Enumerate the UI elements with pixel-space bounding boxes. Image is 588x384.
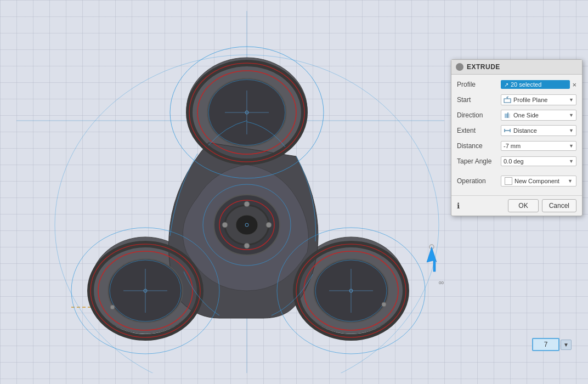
direction-label: Direction xyxy=(457,111,501,119)
taper-angle-value: 0.0 deg ▼ xyxy=(501,156,576,166)
direction-dropdown-text: One Side xyxy=(513,112,567,118)
svg-rect-50 xyxy=(504,99,511,103)
panel-divider-2 xyxy=(451,189,582,193)
distance-value: -7 mm ▼ xyxy=(501,141,576,151)
svg-point-37 xyxy=(266,222,272,228)
extent-dropdown-arrow: ▼ xyxy=(569,128,574,133)
distance-icon xyxy=(504,127,511,134)
extent-dropdown-text: Distance xyxy=(513,127,567,134)
3d-model-view: 00 xyxy=(16,11,444,373)
profile-row: Profile ↗ 20 selected × xyxy=(451,77,582,92)
direction-dropdown[interactable]: One Side ▼ xyxy=(501,110,576,121)
profile-badge[interactable]: ↗ 20 selected xyxy=(501,80,570,89)
start-dropdown[interactable]: Profile Plane ▼ xyxy=(501,94,576,105)
start-row: Start Profile Plane ▼ xyxy=(451,92,582,108)
distance-row: Distance -7 mm ▼ xyxy=(451,138,582,154)
direction-dropdown-arrow: ▼ xyxy=(569,112,574,118)
panel-header-icon xyxy=(456,63,463,71)
profile-plane-icon xyxy=(504,96,511,104)
one-side-icon xyxy=(504,111,511,119)
viewport: 00 EXTRUDE Profile ↗ 20 selected × xyxy=(0,0,588,384)
direction-value: One Side ▼ xyxy=(501,110,576,121)
new-component-checkbox xyxy=(505,177,512,185)
operation-label: Operation xyxy=(457,177,501,185)
taper-angle-input-text: 0.0 deg xyxy=(504,158,567,165)
taper-angle-input-arrow: ▼ xyxy=(569,159,574,164)
bottom-value-input[interactable] xyxy=(532,338,559,351)
distance-label: Distance xyxy=(457,142,501,150)
operation-row: Operation New Component ▼ xyxy=(451,173,582,189)
cursor-icon: ↗ xyxy=(504,82,508,88)
start-dropdown-arrow: ▼ xyxy=(569,97,574,103)
extent-value: Distance ▼ xyxy=(501,125,576,136)
profile-selected-count: 20 selected xyxy=(511,81,541,88)
info-button[interactable]: ℹ xyxy=(457,201,460,210)
operation-dropdown-text: New Component xyxy=(514,178,566,184)
profile-label: Profile xyxy=(457,81,501,88)
operation-value: New Component ▼ xyxy=(501,176,576,187)
distance-input[interactable]: -7 mm ▼ xyxy=(501,141,576,151)
distance-input-arrow: ▼ xyxy=(569,143,574,149)
direction-row: Direction One Side ▼ xyxy=(451,108,582,123)
start-dropdown-text: Profile Plane xyxy=(513,97,567,103)
svg-point-45 xyxy=(110,305,115,309)
svg-rect-53 xyxy=(505,114,508,118)
taper-angle-label: Taper Angle xyxy=(457,157,501,165)
taper-angle-input[interactable]: 0.0 deg ▼ xyxy=(501,156,576,166)
ok-button[interactable]: OK xyxy=(508,199,538,212)
start-value: Profile Plane ▼ xyxy=(501,94,576,105)
extrude-panel: EXTRUDE Profile ↗ 20 selected × Start xyxy=(451,59,583,216)
svg-marker-48 xyxy=(427,247,437,272)
bottom-input-dropdown[interactable]: ▼ xyxy=(561,340,572,350)
panel-title: EXTRUDE xyxy=(467,63,578,71)
extent-label: Extent xyxy=(457,127,501,134)
panel-body: Profile ↗ 20 selected × Start xyxy=(451,75,582,195)
profile-value: ↗ 20 selected × xyxy=(501,80,576,89)
panel-header: EXTRUDE xyxy=(451,60,582,75)
operation-dropdown-arrow: ▼ xyxy=(568,178,573,184)
svg-point-40 xyxy=(244,243,250,249)
svg-text:00: 00 xyxy=(439,280,444,285)
extent-row: Extent Distance ▼ xyxy=(451,123,582,138)
panel-buttons: ℹ OK Cancel xyxy=(451,195,582,216)
cancel-button[interactable]: Cancel xyxy=(542,199,576,212)
svg-point-39 xyxy=(244,201,250,207)
svg-point-38 xyxy=(222,222,228,228)
distance-input-text: -7 mm xyxy=(504,143,567,149)
svg-point-36 xyxy=(236,215,258,235)
svg-point-46 xyxy=(382,302,386,307)
bottom-input-container: ▼ xyxy=(532,338,572,351)
profile-clear-button[interactable]: × xyxy=(572,81,576,88)
taper-angle-row: Taper Angle 0.0 deg ▼ xyxy=(451,154,582,169)
panel-divider xyxy=(451,169,582,173)
extent-dropdown[interactable]: Distance ▼ xyxy=(501,125,576,136)
operation-dropdown[interactable]: New Component ▼ xyxy=(501,176,576,187)
start-label: Start xyxy=(457,96,501,104)
